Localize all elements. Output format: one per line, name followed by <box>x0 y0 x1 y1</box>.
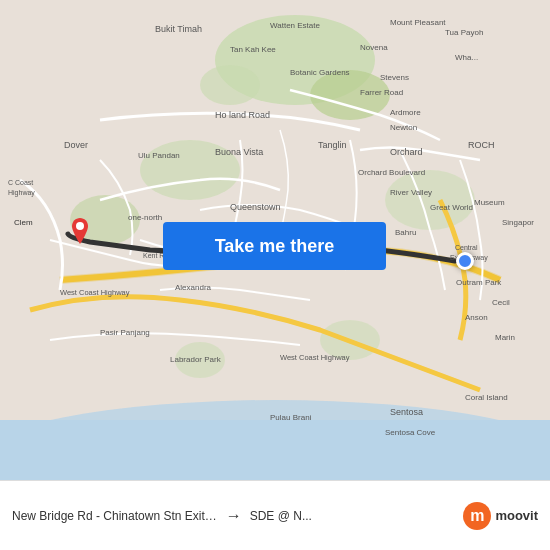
svg-text:Central: Central <box>455 244 478 251</box>
map-container: Bukit Timah Watten Estate Mount Pleasant… <box>0 0 550 480</box>
svg-text:Highway: Highway <box>8 189 35 197</box>
svg-text:Bukit Timah: Bukit Timah <box>155 24 202 34</box>
svg-text:Outram Park: Outram Park <box>456 278 502 287</box>
svg-text:Cecil: Cecil <box>492 298 510 307</box>
svg-text:Orchard: Orchard <box>390 147 423 157</box>
svg-text:Coral Island: Coral Island <box>465 393 508 402</box>
svg-text:Great World: Great World <box>430 203 473 212</box>
bottom-bar: New Bridge Rd - Chinatown Stn Exit E (..… <box>0 480 550 550</box>
svg-text:Stevens: Stevens <box>380 73 409 82</box>
svg-text:Ulu Pandan: Ulu Pandan <box>138 151 180 160</box>
svg-point-8 <box>385 170 475 230</box>
origin-dot <box>456 252 474 270</box>
svg-text:Queenstown: Queenstown <box>230 202 281 212</box>
to-location: SDE @ N... <box>250 509 456 523</box>
svg-text:West Coast Highway: West Coast Highway <box>60 288 130 297</box>
arrow-icon: → <box>226 507 242 525</box>
destination-marker <box>68 218 92 248</box>
svg-text:Ho land Road: Ho land Road <box>215 110 270 120</box>
svg-text:Wha...: Wha... <box>455 53 478 62</box>
svg-point-4 <box>200 65 260 105</box>
svg-text:Clem: Clem <box>14 218 33 227</box>
from-location: New Bridge Rd - Chinatown Stn Exit E (..… <box>12 509 218 523</box>
svg-text:Dover: Dover <box>64 140 88 150</box>
moovit-logo-icon: m <box>463 502 491 530</box>
svg-text:Sentosa: Sentosa <box>390 407 423 417</box>
svg-text:Sentosa Cove: Sentosa Cove <box>385 428 436 437</box>
svg-text:Pasir Panjang: Pasir Panjang <box>100 328 150 337</box>
take-me-there-button[interactable]: Take me there <box>163 222 386 270</box>
svg-text:Pulau Brani: Pulau Brani <box>270 413 312 422</box>
svg-text:Watten Estate: Watten Estate <box>270 21 321 30</box>
svg-text:C Coast: C Coast <box>8 179 33 186</box>
svg-text:Anson: Anson <box>465 313 488 322</box>
svg-text:River Valley: River Valley <box>390 188 432 197</box>
svg-text:West Coast Highway: West Coast Highway <box>280 353 350 362</box>
svg-text:Alexandra: Alexandra <box>175 283 212 292</box>
moovit-logo: m moovit <box>463 502 538 530</box>
svg-text:Labrador Park: Labrador Park <box>170 355 222 364</box>
svg-text:Mount Pleasant: Mount Pleasant <box>390 18 446 27</box>
svg-text:Buona Vista: Buona Vista <box>215 147 263 157</box>
svg-text:Bahru: Bahru <box>395 228 416 237</box>
svg-point-58 <box>76 222 84 230</box>
svg-text:Newton: Newton <box>390 123 417 132</box>
svg-rect-2 <box>0 420 550 480</box>
svg-text:Botanic Gardens: Botanic Gardens <box>290 68 350 77</box>
svg-text:Ardmore: Ardmore <box>390 108 421 117</box>
moovit-brand-text: moovit <box>495 508 538 523</box>
svg-text:Farrer Road: Farrer Road <box>360 88 403 97</box>
svg-text:Tua Payoh: Tua Payoh <box>445 28 483 37</box>
svg-text:one-north: one-north <box>128 213 162 222</box>
svg-text:Orchard Boulevard: Orchard Boulevard <box>358 168 425 177</box>
svg-text:Tanglin: Tanglin <box>318 140 347 150</box>
svg-text:Novena: Novena <box>360 43 388 52</box>
svg-text:Museum: Museum <box>474 198 505 207</box>
svg-text:Singapor: Singapor <box>502 218 534 227</box>
svg-text:Marin: Marin <box>495 333 515 342</box>
svg-text:Tan Kah Kee: Tan Kah Kee <box>230 45 276 54</box>
svg-text:ROCH: ROCH <box>468 140 495 150</box>
